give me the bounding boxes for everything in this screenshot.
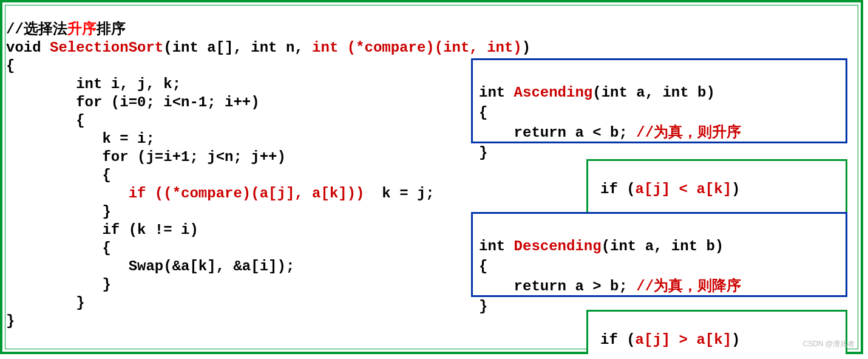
cond1-close: ): [731, 181, 740, 197]
comment-key: 升序: [67, 21, 97, 38]
if-compare-call: if ((*compare)(a[j], a[k])): [129, 185, 365, 202]
cond2-if: if (: [600, 332, 636, 348]
descending-box: int Descending(int a, int b) { return a …: [471, 212, 847, 297]
desc-comment: //为真，则降序: [628, 278, 741, 295]
asc-comment: //为真，则升序: [628, 125, 741, 141]
outer-for: for (i=0; i<n-1; i++): [6, 94, 260, 111]
if-k-not-i: if (k != i): [6, 222, 198, 238]
sig-part1: (int a[], int n,: [163, 39, 312, 56]
diagram-frame: //选择法升序排序 void SelectionSort(int a[], in…: [0, 0, 863, 354]
decl-line: int i, j, k;: [6, 76, 181, 92]
fn-name: SelectionSort: [50, 39, 163, 56]
asc-return: return a < b;: [479, 125, 628, 141]
comment-prefix: //选择法: [6, 21, 67, 38]
cond1-expr: a[j] < a[k]: [636, 181, 731, 197]
desc-fn-name: Descending: [514, 238, 602, 255]
desc-return: return a > b;: [479, 278, 628, 295]
inner-brace-close: }: [6, 203, 111, 220]
if-pad: [6, 185, 129, 202]
asc-params: (int a, int b): [592, 84, 715, 101]
inner-brace-open: {: [6, 167, 111, 183]
k-assign: k = i;: [6, 131, 155, 147]
fn-brace-close: }: [6, 313, 15, 329]
kw-void: void: [6, 39, 50, 56]
desc-int: int: [479, 238, 514, 255]
asc-int: int: [479, 84, 514, 101]
asc-brace-open: {: [479, 104, 487, 121]
comment-suffix: 排序: [97, 21, 126, 38]
if-body: k = j;: [365, 185, 435, 202]
main-code-block: //选择法升序排序 void SelectionSort(int a[], in…: [6, 2, 531, 349]
asc-brace-close: }: [479, 145, 487, 161]
cond2-expr: a[j] > a[k]: [636, 332, 731, 348]
cond1-if: if (: [600, 181, 636, 197]
outer-brace-open: {: [6, 112, 85, 129]
brace-open: {: [6, 58, 15, 74]
asc-fn-name: Ascending: [514, 84, 593, 101]
desc-params: (int a, int b): [602, 238, 724, 255]
cond2-close: ): [731, 332, 740, 348]
swap-brace-open: {: [6, 240, 111, 256]
cond-asc-box: if (a[j] < a[k]): [586, 159, 847, 219]
sig-close: ): [522, 39, 531, 56]
outer-brace-close: }: [6, 295, 85, 311]
inner-for: for (j=i+1; j<n; j++): [6, 149, 286, 165]
swap-call: Swap(&a[k], &a[i]);: [6, 258, 294, 275]
desc-brace-open: {: [479, 258, 487, 275]
fn-ptr-param: int (*compare)(int, int): [312, 39, 522, 56]
desc-brace-close: }: [479, 298, 487, 315]
ascending-box: int Ascending(int a, int b) { return a <…: [471, 58, 847, 143]
swap-brace-close: }: [6, 276, 111, 293]
watermark: CSDN @漕兆者: [802, 339, 855, 349]
